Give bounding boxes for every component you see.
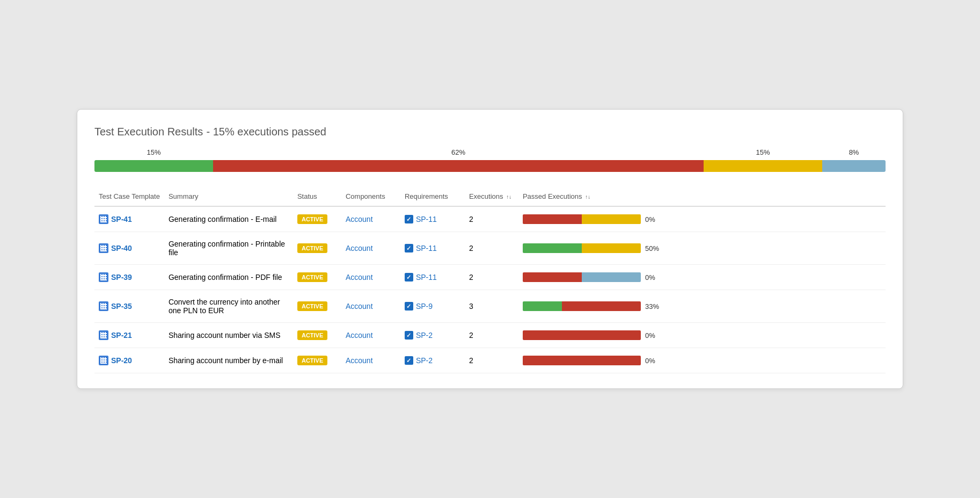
req-checkbox-icon	[405, 356, 413, 365]
passed-pct-label: 50%	[645, 244, 659, 252]
mini-bar-container: 0%	[523, 356, 881, 365]
req-checkbox-icon	[405, 215, 413, 223]
test-case-id: SP-35	[111, 302, 132, 311]
passed-executions-cell: 0%	[518, 323, 886, 348]
passed-pct-label: 33%	[645, 302, 659, 311]
test-case-id: SP-41	[111, 215, 132, 223]
passed-pct-label: 0%	[645, 331, 655, 340]
requirement-cell: SP-11	[405, 273, 460, 282]
test-case-id: SP-39	[111, 273, 132, 282]
requirement-cell: SP-11	[405, 215, 460, 223]
mini-bar-container: 33%	[523, 301, 881, 311]
status-badge: ACTIVE	[297, 356, 327, 365]
component-link[interactable]: Account	[346, 215, 373, 223]
passed-pct-label: 0%	[645, 215, 655, 223]
test-case-link[interactable]: SP-21	[99, 330, 160, 340]
results-table: Test Case Template Summary Status Compon…	[94, 187, 886, 373]
mini-bar-segment	[523, 272, 582, 282]
col-header-executions[interactable]: Executions ↑↓	[465, 187, 518, 206]
summary-cell: Generating confirmation - PDF file	[164, 265, 293, 290]
summary-cell: Sharing account number via SMS	[164, 323, 293, 348]
test-case-link[interactable]: SP-39	[99, 272, 160, 282]
test-case-link[interactable]: SP-41	[99, 214, 160, 224]
mini-bar-segment	[582, 243, 641, 253]
title-sub: - 15% executions passed	[206, 126, 326, 138]
test-case-icon	[99, 356, 108, 365]
summary-cell: Sharing account number by e-mail	[164, 348, 293, 373]
test-case-link[interactable]: SP-20	[99, 356, 160, 365]
component-link[interactable]: Account	[346, 244, 373, 252]
requirement-link[interactable]: SP-11	[416, 215, 437, 223]
passed-pct-label: 0%	[645, 273, 655, 282]
mini-bar	[523, 272, 641, 282]
progress-label-2: 15%	[756, 148, 770, 156]
passed-executions-cell: 33%	[518, 290, 886, 323]
mini-bar-segment	[582, 214, 641, 224]
table-row: SP-35 Convert the currency into another …	[94, 290, 886, 323]
mini-bar-container: 0%	[523, 272, 881, 282]
mini-bar-segment	[523, 214, 582, 224]
executions-cell: 2	[465, 265, 518, 290]
executions-cell: 2	[465, 206, 518, 232]
req-checkbox-icon	[405, 331, 413, 340]
requirement-link[interactable]: SP-11	[416, 244, 437, 252]
test-case-id: SP-20	[111, 356, 132, 365]
passed-executions-cell: 50%	[518, 232, 886, 265]
summary-cell: Generating confirmation - Printable file	[164, 232, 293, 265]
test-case-link[interactable]: SP-40	[99, 243, 160, 253]
req-checkbox-icon	[405, 273, 413, 282]
main-card: Test Execution Results - 15% executions …	[77, 109, 903, 389]
col-header-passed[interactable]: Passed Executions ↑↓	[518, 187, 886, 206]
passed-executions-cell: 0%	[518, 206, 886, 232]
requirement-cell: SP-11	[405, 244, 460, 252]
table-row: SP-20 Sharing account number by e-mailAC…	[94, 348, 886, 373]
table-row: SP-40 Generating confirmation - Printabl…	[94, 232, 886, 265]
mini-bar	[523, 356, 641, 365]
passed-pct-label: 0%	[645, 357, 655, 365]
requirement-link[interactable]: SP-2	[416, 331, 433, 340]
component-link[interactable]: Account	[346, 273, 373, 282]
test-case-link[interactable]: SP-35	[99, 301, 160, 311]
progress-label-3: 8%	[849, 148, 859, 156]
progress-label-1: 62%	[451, 148, 465, 156]
mini-bar-segment	[523, 243, 582, 253]
status-badge: ACTIVE	[297, 301, 327, 311]
executions-cell: 2	[465, 232, 518, 265]
mini-bar-container: 0%	[523, 330, 881, 340]
col-header-summary: Summary	[164, 187, 293, 206]
col-header-requirements: Requirements	[400, 187, 465, 206]
table-header-row: Test Case Template Summary Status Compon…	[94, 187, 886, 206]
progress-section: 15%62%15%8%	[94, 148, 886, 172]
requirement-link[interactable]: SP-11	[416, 273, 437, 282]
component-link[interactable]: Account	[346, 302, 373, 311]
component-link[interactable]: Account	[346, 331, 373, 340]
mini-bar-segment	[523, 330, 641, 340]
title-bold: Test Execution Results	[94, 126, 203, 138]
mini-bar	[523, 301, 641, 311]
status-badge: ACTIVE	[297, 272, 327, 282]
progress-segment-3	[822, 160, 886, 172]
overall-progress-bar	[94, 160, 886, 172]
executions-cell: 2	[465, 323, 518, 348]
mini-bar	[523, 214, 641, 224]
component-link[interactable]: Account	[346, 356, 373, 365]
status-badge: ACTIVE	[297, 214, 327, 224]
requirement-cell: SP-9	[405, 302, 460, 311]
requirement-link[interactable]: SP-2	[416, 356, 433, 365]
col-header-components: Components	[341, 187, 400, 206]
mini-bar-segment	[582, 272, 641, 282]
test-case-id: SP-40	[111, 244, 132, 252]
test-case-icon	[99, 243, 108, 253]
mini-bar	[523, 330, 641, 340]
status-badge: ACTIVE	[297, 330, 327, 340]
req-checkbox-icon	[405, 244, 413, 252]
test-case-id: SP-21	[111, 331, 132, 340]
mini-bar-container: 0%	[523, 214, 881, 224]
table-row: SP-41 Generating confirmation - E-mailAC…	[94, 206, 886, 232]
progress-segment-1	[213, 160, 704, 172]
requirement-link[interactable]: SP-9	[416, 302, 433, 311]
table-row: SP-21 Sharing account number via SMSACTI…	[94, 323, 886, 348]
test-case-icon	[99, 272, 108, 282]
test-case-icon	[99, 214, 108, 224]
req-checkbox-icon	[405, 302, 413, 311]
